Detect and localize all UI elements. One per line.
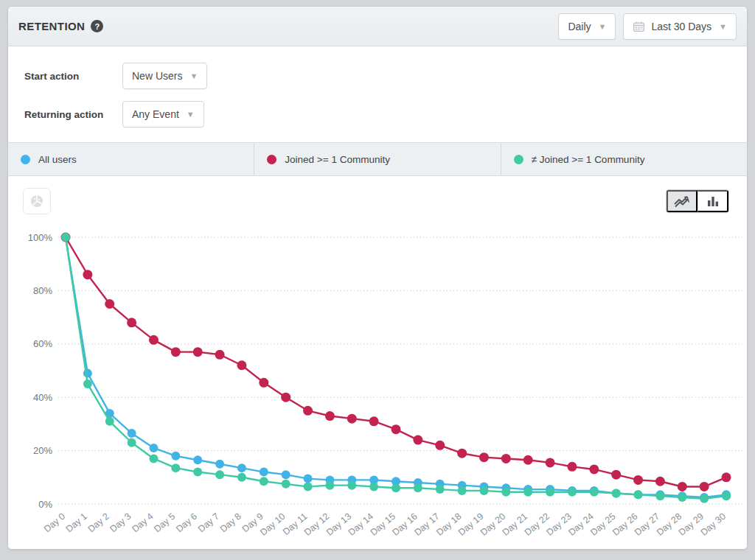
data-point[interactable] <box>171 463 180 472</box>
data-point[interactable] <box>304 482 313 491</box>
x-tick-label: Day 3 <box>108 511 133 535</box>
x-tick-label: Day 8 <box>218 511 243 535</box>
legend-tab-all-users[interactable]: All users <box>8 143 254 175</box>
chevron-down-icon: ▼ <box>189 71 198 80</box>
data-point[interactable] <box>149 454 158 463</box>
chevron-down-icon: ▼ <box>187 110 195 119</box>
data-point[interactable] <box>458 486 467 495</box>
data-point[interactable] <box>282 470 290 479</box>
data-point[interactable] <box>215 350 225 360</box>
series-color-dot <box>267 155 276 164</box>
pie-chart-icon <box>29 194 44 209</box>
data-point[interactable] <box>237 463 246 472</box>
data-point[interactable] <box>479 486 488 495</box>
data-point[interactable] <box>325 481 334 490</box>
data-point[interactable] <box>237 360 246 370</box>
data-point[interactable] <box>589 464 599 474</box>
data-point[interactable] <box>678 493 686 502</box>
data-point[interactable] <box>700 482 709 491</box>
data-point[interactable] <box>655 477 665 486</box>
data-point[interactable] <box>260 468 268 477</box>
date-range-dropdown[interactable]: Last 30 Days ▼ <box>623 13 737 40</box>
data-point[interactable] <box>193 468 202 477</box>
data-point[interactable] <box>523 455 533 465</box>
data-point[interactable] <box>414 483 422 492</box>
data-point[interactable] <box>655 491 664 500</box>
data-point[interactable] <box>369 482 378 491</box>
data-point[interactable] <box>634 490 643 499</box>
data-point[interactable] <box>678 482 687 491</box>
data-point[interactable] <box>546 488 554 497</box>
data-point[interactable] <box>722 491 731 500</box>
data-point[interactable] <box>633 475 643 485</box>
x-tick-label: Day 6 <box>174 511 199 535</box>
data-point[interactable] <box>722 472 731 482</box>
y-tick-label: 20% <box>33 445 52 456</box>
x-tick-label: Day 5 <box>152 511 177 535</box>
data-point[interactable] <box>281 393 290 402</box>
data-point[interactable] <box>149 335 159 345</box>
data-point[interactable] <box>501 454 511 463</box>
data-point[interactable] <box>193 347 203 357</box>
legend-label: Joined >= 1 Community <box>285 154 390 165</box>
returning-action-dropdown[interactable]: Any Event ▼ <box>122 101 204 127</box>
x-tick-label: Day 30 <box>699 511 728 538</box>
data-point[interactable] <box>347 414 357 424</box>
segment-button[interactable] <box>23 188 51 214</box>
data-point[interactable] <box>193 455 202 464</box>
data-point[interactable] <box>237 473 246 482</box>
data-point[interactable] <box>61 233 70 242</box>
data-point[interactable] <box>325 411 335 421</box>
data-point[interactable] <box>105 299 114 309</box>
data-point[interactable] <box>282 480 290 489</box>
data-point[interactable] <box>523 488 532 497</box>
granularity-dropdown[interactable]: Daily ▼ <box>558 13 616 40</box>
y-tick-label: 100% <box>28 232 53 243</box>
data-point[interactable] <box>568 488 577 497</box>
legend-tab-not-joined-community[interactable]: ≠ Joined >= 1 Community <box>501 143 747 175</box>
data-point[interactable] <box>128 429 136 438</box>
returning-action-label: Returning action <box>24 109 122 120</box>
data-point[interactable] <box>259 378 268 388</box>
data-point[interactable] <box>567 462 577 472</box>
line-chart-icon <box>673 195 691 208</box>
data-point[interactable] <box>149 444 158 452</box>
data-point[interactable] <box>171 347 181 357</box>
data-point[interactable] <box>612 489 621 498</box>
data-point[interactable] <box>392 424 401 434</box>
data-point[interactable] <box>83 379 92 388</box>
data-point[interactable] <box>413 435 422 445</box>
data-point[interactable] <box>83 270 92 279</box>
data-point[interactable] <box>392 483 400 492</box>
data-point[interactable] <box>260 477 268 486</box>
data-point[interactable] <box>304 475 313 483</box>
data-point[interactable] <box>501 488 510 497</box>
data-point[interactable] <box>303 406 313 416</box>
data-point[interactable] <box>171 452 180 461</box>
retention-line-chart: 0%20%40%60%80%100%Day 0Day 1Day 2Day 3Da… <box>8 217 748 550</box>
start-action-dropdown[interactable]: New Users ▼ <box>122 63 207 89</box>
data-point[interactable] <box>215 470 224 479</box>
data-point[interactable] <box>369 416 379 426</box>
start-action-row: Start action New Users ▼ <box>24 63 737 89</box>
data-point[interactable] <box>347 481 356 490</box>
data-point[interactable] <box>128 438 136 447</box>
data-point[interactable] <box>105 417 114 426</box>
legend-tab-joined-community[interactable]: Joined >= 1 Community <box>254 143 501 175</box>
data-point[interactable] <box>546 458 555 467</box>
data-point[interactable] <box>83 369 92 378</box>
data-point[interactable] <box>479 452 489 462</box>
data-point[interactable] <box>215 460 224 469</box>
series-line <box>66 237 726 497</box>
data-point[interactable] <box>590 488 599 497</box>
help-icon[interactable]: ? <box>91 20 103 32</box>
line-chart-toggle-button[interactable] <box>667 190 697 212</box>
data-point[interactable] <box>700 494 709 503</box>
data-point[interactable] <box>436 485 445 494</box>
data-point[interactable] <box>457 449 467 458</box>
series-legend: All users Joined >= 1 Community ≠ Joined… <box>8 142 747 176</box>
bar-chart-toggle-button[interactable] <box>697 190 728 212</box>
data-point[interactable] <box>435 441 445 450</box>
data-point[interactable] <box>127 318 136 327</box>
data-point[interactable] <box>611 470 621 480</box>
